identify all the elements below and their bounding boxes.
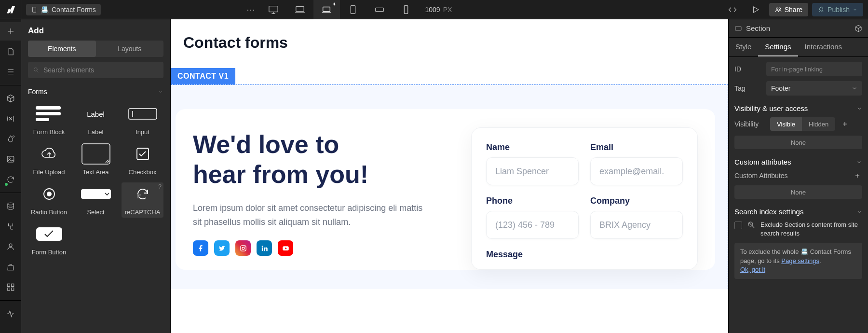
phone-label: Phone [486,196,579,206]
rail-refresh-button[interactable] [0,170,21,189]
forms-section-label: Forms [28,88,47,96]
tag-value: Footer [771,84,790,92]
tag-select[interactable]: Footer [766,81,862,96]
svg-rect-20 [36,118,49,121]
viewport-desktop[interactable] [287,0,313,19]
rail-add-button[interactable] [0,22,21,41]
play-icon [751,5,760,14]
element-label[interactable]: Label Label [75,104,117,136]
svg-rect-14 [11,284,14,286]
dismiss-info-link[interactable]: Ok, got it [740,266,765,273]
viewport-phone[interactable] [393,0,420,19]
rail-styles-button[interactable] [0,130,21,148]
page-breadcrumb[interactable]: 📇 Contact Forms [26,4,101,15]
viewport-desktop-xl[interactable] [260,0,287,19]
svg-rect-2 [296,6,304,11]
more-menu-button[interactable]: ⋯ [241,4,260,15]
rail-logic-button[interactable] [0,217,21,236]
element-form-block[interactable]: Form Block [28,104,70,136]
rail-apps-button[interactable] [0,278,21,296]
exclude-checkbox[interactable] [734,222,742,229]
tab-interactions[interactable]: Interactions [798,38,849,56]
radio-thumb [34,184,65,204]
rail-navigator-button[interactable] [0,63,21,81]
id-input[interactable]: For in-page linking [766,62,862,76]
element-radio[interactable]: Radio Button [28,184,70,216]
name-input[interactable]: Liam Spencer [486,157,579,185]
forms-elements-grid: Form Block Label Label Input File Upload [21,98,170,265]
rail-pages-button[interactable] [0,42,21,61]
tab-style[interactable]: Style [729,38,758,56]
instagram-icon [240,245,247,252]
selected-element-header: Section [729,19,868,38]
webflow-logo[interactable] [0,0,21,19]
cube-icon[interactable] [854,25,862,32]
viewport-tablet-landscape[interactable] [313,0,340,19]
recaptcha-thumb [127,184,158,204]
element-recaptcha[interactable]: ? reCAPTCHA [122,182,163,218]
rail-divider [0,193,21,193]
viewport-switcher: ⋯ 1009 PX [236,0,452,19]
rail-variables-button[interactable] [0,110,21,128]
visibility-visible[interactable]: Visible [770,117,802,131]
instagram-link[interactable] [235,240,251,256]
section-tag-label[interactable]: CONTACT V1 [171,68,235,84]
forms-section-header[interactable]: Forms [21,85,170,98]
visibility-row: Visibility Visible Hidden [734,117,862,131]
page-icon [31,6,38,13]
linkedin-link[interactable] [257,240,272,256]
rail-components-button[interactable] [0,89,21,108]
help-icon[interactable]: ? [158,183,162,190]
rail-ecommerce-button[interactable] [0,258,21,276]
visibility-hidden[interactable]: Hidden [802,117,835,131]
element-file-upload[interactable]: File Upload [28,144,70,176]
facebook-link[interactable] [193,240,208,256]
design-canvas[interactable]: Contact forms CONTACT V1 We'd love to he… [171,19,728,333]
search-elements-input[interactable]: Search elements [28,62,163,78]
right-panel: Section Style Settings Interactions ID F… [728,19,868,333]
element-input[interactable]: Input [122,104,163,136]
element-checkbox[interactable]: Checkbox [122,144,163,176]
rail-users-button[interactable] [0,237,21,256]
tab-elements[interactable]: Elements [28,41,96,57]
visibility-section-title: Visibility & user access [734,104,808,112]
add-visibility-condition-button[interactable] [840,119,850,129]
field-email: Email example@email. [590,142,683,185]
viewport-size[interactable]: 1009 PX [425,6,452,14]
page-settings-link[interactable]: Page settings [781,257,819,264]
svg-rect-3 [323,7,330,11]
selected-section-outline[interactable]: We'd love to hear from you! Lorem ipsum … [171,84,728,289]
custom-attributes-section-header[interactable]: Custom attributes [734,158,862,166]
preview-button[interactable] [746,0,765,19]
publish-button[interactable]: Publish [812,3,863,16]
add-custom-attribute-button[interactable] [853,171,862,180]
rail-assets-button[interactable] [0,150,21,168]
email-input[interactable]: example@email. [590,157,683,185]
phone-input[interactable]: (123) 456 - 789 [486,211,579,239]
element-label: Form Button [32,249,67,256]
element-text-area[interactable]: Text Area [75,144,117,176]
add-panel-title: Add [28,26,163,36]
viewport-tablet[interactable] [340,0,366,19]
tab-settings[interactable]: Settings [758,38,798,56]
tab-layouts[interactable]: Layouts [96,41,164,57]
export-code-button[interactable] [723,0,742,19]
element-form-button[interactable]: Form Button [28,224,70,256]
svg-rect-19 [36,112,61,115]
tag-row: Tag Footer [734,81,862,96]
page-icon [6,47,15,56]
facebook-icon [197,245,204,252]
share-button[interactable]: Share [769,3,808,16]
visibility-section-header[interactable]: Visibility & user access [734,104,862,112]
element-select[interactable]: Select [75,184,117,216]
rail-audit-button[interactable] [0,305,21,323]
twitter-link[interactable] [214,240,230,256]
element-label: Checkbox [129,168,157,176]
search-index-section-header[interactable]: Search index settings [734,208,862,216]
rail-cms-button[interactable] [0,197,21,215]
svg-rect-13 [7,284,10,286]
viewport-phone-landscape[interactable] [366,0,393,19]
variables-icon [6,114,15,123]
youtube-link[interactable] [278,240,293,256]
company-input[interactable]: BRIX Agency [590,211,683,239]
